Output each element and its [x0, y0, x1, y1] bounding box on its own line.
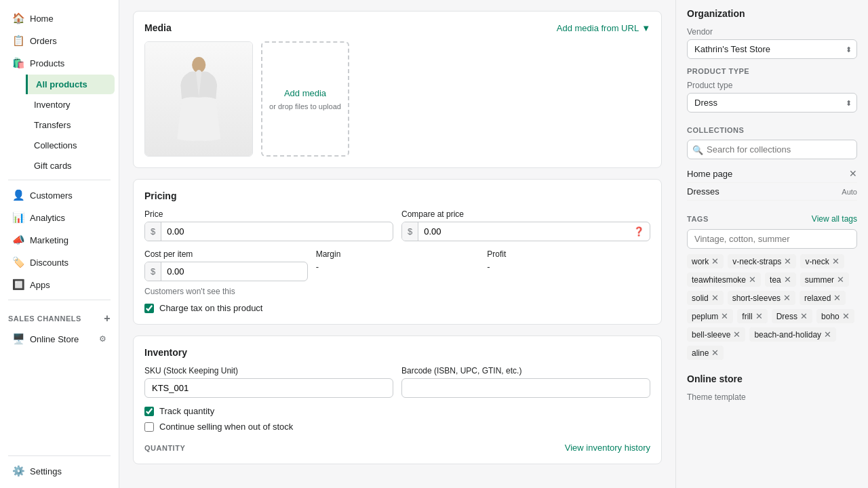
sku-input[interactable] [144, 378, 393, 398]
sidebar-item-online-store[interactable]: 🖥️ Online Store ⚙ [4, 328, 115, 350]
continue-selling-checkbox[interactable] [144, 422, 154, 432]
sidebar-item-products[interactable]: 🛍️ Products [4, 52, 115, 74]
charge-tax-label: Charge tax on this product [159, 303, 262, 313]
compare-price-input-wrap: $ ❓ [401, 222, 650, 241]
media-title: Media [144, 22, 172, 33]
sidebar-item-customers[interactable]: 👤 Customers [4, 184, 115, 206]
sidebar-item-inventory[interactable]: Inventory [26, 95, 115, 115]
tags-input[interactable] [687, 229, 857, 249]
compare-price-field-group: Compare at price $ ❓ [401, 209, 650, 241]
sidebar-item-home[interactable]: 🏠 Home [4, 7, 115, 29]
remove-tag-v-neck-straps[interactable]: ✕ [784, 256, 791, 266]
sidebar-label-discounts: Discounts [30, 258, 68, 268]
remove-tag-peplum[interactable]: ✕ [721, 311, 728, 321]
charge-tax-checkbox[interactable] [144, 304, 154, 313]
online-store-settings-icon[interactable]: ⚙ [99, 334, 106, 344]
sidebar-label-inventory: Inventory [34, 100, 70, 110]
margin-group: Margin - [316, 249, 479, 281]
tag-bell-sleeve: bell-sleeve✕ [687, 327, 745, 342]
tag-frill: frill✕ [737, 309, 767, 323]
compare-price-input[interactable] [418, 222, 628, 241]
tag-peplum: peplum✕ [687, 309, 733, 323]
products-icon: 🛍️ [12, 57, 24, 69]
price-input-wrap: $ [144, 222, 393, 241]
sidebar-item-collections[interactable]: Collections [26, 136, 115, 155]
collections-search-wrap: 🔍 [687, 140, 857, 159]
view-all-tags-link[interactable]: View all tags [812, 214, 857, 224]
product-type-select[interactable]: Dress [687, 93, 857, 113]
sidebar-item-gift-cards[interactable]: Gift cards [26, 156, 115, 176]
add-media-label: Add media from URL [557, 23, 639, 33]
sidebar-divider-2 [8, 300, 111, 300]
sidebar-label-orders: Orders [30, 36, 57, 46]
remove-tag-work[interactable]: ✕ [711, 256, 719, 266]
tag-summer: summer✕ [800, 272, 849, 287]
sidebar-item-analytics[interactable]: 📊 Analytics [4, 207, 115, 228]
add-media-label-upload: Add media [284, 88, 326, 98]
upload-sub-label: or drop files to upload [269, 102, 341, 110]
remove-tag-relaxed[interactable]: ✕ [833, 293, 841, 303]
inventory-title: Inventory [144, 347, 650, 358]
remove-tag-dress[interactable]: ✕ [800, 311, 808, 321]
remove-tag-short-sleeves[interactable]: ✕ [783, 293, 791, 303]
remove-tag-v-neck[interactable]: ✕ [832, 256, 840, 266]
profit-group: Profit - [487, 249, 650, 281]
cost-input[interactable] [161, 262, 307, 281]
barcode-label: Barcode (ISBN, UPC, GTIN, etc.) [401, 366, 650, 375]
add-media-from-url-button[interactable]: Add media from URL ▼ [557, 23, 650, 33]
organization-title: Organization [687, 8, 857, 19]
sidebar-label-analytics: Analytics [30, 213, 65, 223]
sidebar-item-orders[interactable]: 📋 Orders [4, 30, 115, 52]
cost-label: Cost per item [144, 249, 308, 259]
remove-tag-boho[interactable]: ✕ [842, 311, 850, 321]
remove-home-page-collection-button[interactable]: ✕ [849, 168, 857, 179]
track-quantity-checkbox[interactable] [144, 407, 154, 416]
customers-note: Customers won't see this [144, 287, 650, 296]
remove-tag-summer[interactable]: ✕ [837, 274, 844, 285]
cost-field-group: Cost per item $ [144, 249, 308, 281]
compare-help-icon[interactable]: ❓ [628, 222, 650, 241]
remove-tag-aline[interactable]: ✕ [711, 348, 719, 358]
product-image-thumb[interactable] [144, 41, 253, 157]
tag-relaxed: relaxed✕ [800, 291, 846, 305]
collections-search-input[interactable] [687, 140, 857, 159]
sidebar-item-settings[interactable]: ⚙️ Settings [4, 460, 115, 482]
right-panel: Organization Vendor Kathrin's Test Store… [675, 0, 868, 488]
cost-input-wrap: $ [144, 262, 308, 281]
price-input[interactable] [161, 222, 393, 241]
sidebar-item-apps[interactable]: 🔲 Apps [4, 274, 115, 296]
tag-dress: Dress✕ [772, 309, 812, 323]
collections-section-title: COLLECTIONS [687, 126, 857, 134]
sidebar-label-apps: Apps [30, 280, 50, 290]
remove-tag-tea[interactable]: ✕ [784, 274, 791, 285]
media-upload-area[interactable]: Add media or drop files to upload [261, 41, 349, 157]
remove-tag-bell-sleeve[interactable]: ✕ [733, 329, 741, 340]
vendor-select[interactable]: Kathrin's Test Store [687, 39, 857, 59]
main-content: Media Add media from URL ▼ [119, 0, 868, 488]
view-inventory-history-link[interactable]: View inventory history [565, 443, 650, 453]
sku-label: SKU (Stock Keeping Unit) [144, 366, 393, 375]
inventory-card: Inventory SKU (Stock Keeping Unit) Barco… [133, 336, 662, 464]
track-qty-row: Track quantity [144, 406, 650, 416]
remove-tag-frill[interactable]: ✕ [755, 311, 763, 321]
continue-selling-row: Continue selling when out of stock [144, 422, 650, 432]
sidebar-item-marketing[interactable]: 📣 Marketing [4, 229, 115, 251]
sidebar-item-discounts[interactable]: 🏷️ Discounts [4, 251, 115, 273]
tags-header: TAGS View all tags [687, 214, 857, 224]
add-sales-channel-button[interactable]: + [104, 312, 111, 325]
sidebar-label-products: Products [30, 58, 64, 68]
remove-tag-beach-and-holiday[interactable]: ✕ [824, 329, 831, 340]
sidebar-label-settings: Settings [30, 466, 62, 476]
online-store-icon: 🖥️ [12, 333, 24, 345]
charge-tax-row: Charge tax on this product [144, 303, 650, 313]
quantity-header-row: QUANTITY View inventory history [144, 443, 650, 453]
compare-price-label: Compare at price [401, 209, 650, 219]
tag-beach-and-holiday: beach-and-holiday✕ [749, 327, 836, 342]
sidebar-item-all-products[interactable]: All products [26, 75, 115, 94]
tags-section: TAGS View all tags work✕ v-neck-straps✕ … [687, 214, 857, 360]
remove-tag-teawhitesmoke[interactable]: ✕ [749, 274, 756, 285]
media-header: Media Add media from URL ▼ [144, 22, 650, 33]
remove-tag-solid[interactable]: ✕ [711, 293, 719, 303]
barcode-input[interactable] [401, 378, 650, 398]
sidebar-item-transfers[interactable]: Transfers [26, 115, 115, 135]
